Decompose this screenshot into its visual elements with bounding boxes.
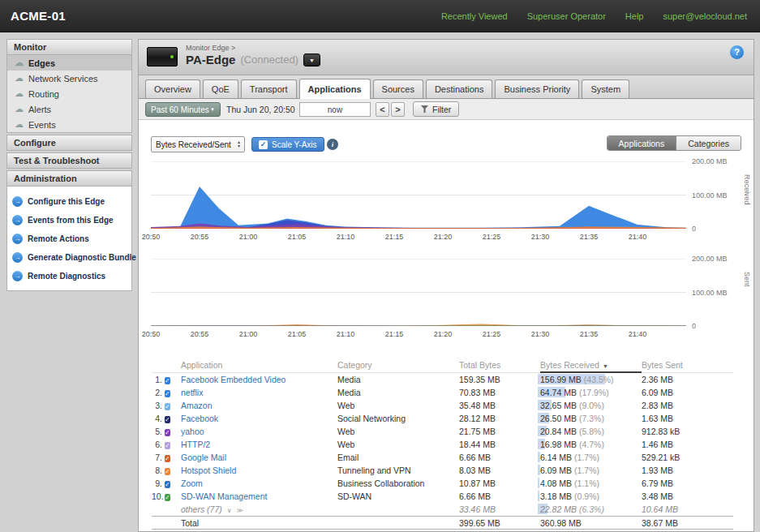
range-end-input[interactable] [299, 102, 371, 117]
user-email-link[interactable]: super@velocloud.net [663, 11, 747, 21]
top-bar: ACME-01 Recently Viewed Superuser Operat… [0, 0, 760, 32]
previous-range-button[interactable]: < [376, 102, 389, 117]
category-cell: Media [337, 375, 459, 384]
col-total-bytes[interactable]: Total Bytes [459, 357, 540, 373]
edge-status-led [170, 55, 174, 58]
time-range-dropdown[interactable]: Past 60 Minutes ▼ [145, 102, 221, 117]
others-expander[interactable]: others (77) ∨ ≫ [181, 504, 337, 514]
sidebar-section-test-troubleshoot[interactable]: Test & Troubleshoot [6, 152, 132, 169]
filter-button[interactable]: Filter [413, 101, 459, 117]
x-axis-tick-label: 21:15 [385, 330, 404, 338]
superuser-operator-link[interactable]: Superuser Operator [527, 11, 606, 21]
row-number: 5. [152, 427, 165, 436]
remote-diagnostics-link[interactable]: → Remote Diagnostics [12, 267, 127, 285]
application-link[interactable]: Amazon [181, 401, 337, 410]
info-icon[interactable]: i [327, 139, 338, 150]
row-checkbox[interactable]: ✓ [165, 429, 170, 436]
row-number: 8. [152, 466, 165, 475]
sidebar-section-configure[interactable]: Configure [6, 135, 132, 151]
sidebar-section-monitor[interactable]: Monitor [6, 39, 132, 55]
grand-total-sent: 38.67 MB [642, 518, 735, 528]
sidebar-item-routing[interactable]: ☁ Routing [7, 86, 131, 101]
application-link[interactable]: netflix [181, 388, 337, 397]
bytes-sent-cell: 1.93 MB [642, 466, 735, 475]
scale-y-axis-toggle[interactable]: ✓ Scale Y-Axis [251, 137, 324, 152]
tab-sources[interactable]: Sources [373, 79, 423, 98]
tab-overview[interactable]: Overview [145, 79, 200, 98]
table-row: 6. ✓ HTTP/2 Web 18.44 MB 16.98 MB(4.7%) … [152, 438, 733, 451]
application-link[interactable]: Zoom [181, 478, 337, 488]
row-checkbox[interactable]: ✓ [165, 468, 170, 475]
tab-business-priority[interactable]: Business Priority [495, 79, 579, 98]
sidebar-item-alerts[interactable]: ☁ Alerts [7, 101, 131, 117]
tab-applications[interactable]: Applications [299, 79, 371, 99]
col-bytes-received[interactable]: Bytes Received▼ [540, 357, 642, 373]
view-toggle-applications[interactable]: Applications [608, 136, 676, 150]
edge-selector-dropdown[interactable]: ▼ [303, 54, 320, 66]
edge-action-links: → Configure this Edge → Events from this… [6, 187, 132, 291]
col-category[interactable]: Category [337, 357, 459, 373]
application-link[interactable]: SD-WAN Management [181, 491, 337, 501]
bytes-received-cell: 6.14 MB(1.7%) [540, 451, 642, 464]
total-bytes-cell: 10.87 MB [459, 478, 540, 488]
select-arrows-icon: ▴▾ [238, 140, 240, 148]
col-application[interactable]: Application [181, 357, 337, 373]
next-range-button[interactable]: > [391, 102, 405, 117]
row-number: 1. [152, 375, 165, 384]
application-link[interactable]: Facebook Embedded Video [181, 375, 337, 384]
application-link[interactable]: yahoo [181, 427, 337, 436]
bytes-sent-cell: 2.83 MB [642, 401, 735, 410]
row-checkbox[interactable]: ✓ [165, 481, 170, 488]
category-cell: Web [337, 440, 459, 449]
x-axis-tick-label: 21:10 [337, 233, 355, 241]
application-link[interactable]: HTTP/2 [181, 440, 337, 449]
table-row: 7. ✓ Google Mail Email 6.66 MB 6.14 MB(1… [152, 451, 733, 464]
x-axis-tick-label: 21:05 [288, 330, 307, 338]
monitor-items: ☁ Edges ☁ Network Services ☁ Routing ☁ A… [6, 55, 132, 133]
events-from-this-edge-link[interactable]: → Events from this Edge [12, 211, 127, 230]
sidebar-item-network-services[interactable]: ☁ Network Services [7, 71, 131, 86]
remote-actions-link[interactable]: → Remote Actions [12, 230, 127, 248]
help-icon[interactable]: ? [730, 45, 744, 59]
row-checkbox[interactable]: ✓ [165, 403, 170, 410]
view-toggle-categories[interactable]: Categories [676, 136, 741, 150]
x-axis-tick-label: 21:30 [531, 330, 550, 338]
tab-system[interactable]: System [582, 79, 629, 98]
row-checkbox[interactable]: ✓ [165, 442, 170, 449]
received-percent-bar [538, 478, 539, 488]
bytes-sent-cell: 3.48 MB [642, 491, 735, 501]
grand-total-received: 360.98 MB [540, 518, 642, 528]
tab-transport[interactable]: Transport [241, 79, 297, 98]
tab-qoe[interactable]: QoE [203, 79, 238, 98]
application-link[interactable]: Facebook [181, 414, 337, 423]
table-row: 9. ✓ Zoom Business Collaboration 10.87 M… [152, 477, 733, 490]
generate-diagnostic-bundle-link[interactable]: → Generate Diagnostic Bundle [12, 248, 127, 267]
row-checkbox[interactable]: ✓ [165, 390, 170, 397]
total-bytes-cell: 8.03 MB [459, 466, 540, 475]
help-link[interactable]: Help [625, 11, 644, 21]
configure-this-edge-link[interactable]: → Configure this Edge [12, 192, 127, 211]
sidebar-section-administration[interactable]: Administration [6, 170, 132, 187]
category-cell: Email [337, 453, 459, 462]
x-axis-tick-label: 20:50 [142, 233, 161, 241]
view-toggle: Applications Categories [607, 135, 741, 151]
application-link[interactable]: Google Mail [181, 453, 337, 462]
x-axis-tick-label: 21:30 [531, 233, 550, 241]
recently-viewed-link[interactable]: Recently Viewed [441, 11, 508, 21]
tab-bar: Overview QoE Transport Applications Sour… [139, 75, 754, 99]
application-link[interactable]: Hotspot Shield [181, 466, 337, 475]
bytes-received-cell: 32.65 MB(9.0%) [540, 399, 642, 412]
metric-select[interactable]: Bytes Received/Sent ▴▾ [151, 136, 245, 152]
show-all-icon: ≫ [236, 507, 243, 514]
row-checkbox[interactable]: ✓ [165, 494, 170, 501]
sidebar-item-events[interactable]: ☁ Events [7, 117, 131, 132]
total-row: Total 399.65 MB 360.98 MB 38.67 MB [152, 516, 733, 530]
funnel-icon [421, 105, 428, 113]
sidebar-item-edges[interactable]: ☁ Edges [7, 55, 131, 71]
row-checkbox[interactable]: ✓ [165, 377, 170, 384]
row-checkbox[interactable]: ✓ [165, 416, 170, 423]
col-bytes-sent[interactable]: Bytes Sent [642, 357, 735, 373]
chevron-down-icon: ▼ [309, 58, 315, 63]
tab-destinations[interactable]: Destinations [426, 79, 493, 98]
row-checkbox[interactable]: ✓ [165, 455, 170, 462]
